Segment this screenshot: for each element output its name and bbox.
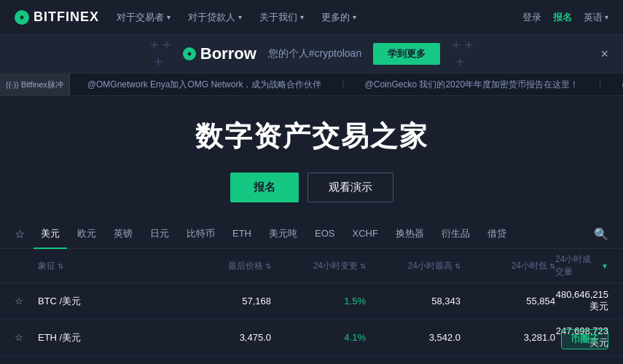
market-tabs: ☆ 美元 欧元 英镑 日元 比特币 ETH 美元吨 EOS XCHF 换热器 衍… (0, 220, 623, 249)
row-price: 57,168 (154, 296, 271, 306)
header: BITFINEX 对于交易者 ▾ 对于贷款人 ▾ 关于我们 ▾ 更多的 ▾ 登录… (0, 0, 623, 35)
col-star (15, 253, 38, 278)
sort-desc-icon: ▼ (601, 262, 608, 270)
chevron-down-icon: ▾ (353, 13, 356, 21)
search-icon[interactable]: 🔍 (594, 227, 608, 241)
banner: + + + Borrow 您的个人#cryptoloan 学到更多 + + + … (0, 35, 623, 73)
login-button[interactable]: 登录 (522, 11, 541, 24)
hero-section: 数字资产交易之家 报名 观看演示 (0, 96, 623, 220)
tab-exchange[interactable]: 换热器 (388, 220, 431, 249)
tab-eos[interactable]: EOS (307, 220, 342, 249)
row-volume: 480,646,215美元 (555, 289, 608, 313)
tab-jpy[interactable]: 日元 (143, 220, 176, 249)
hero-demo-button[interactable]: 观看演示 (307, 173, 393, 202)
banner-logo: Borrow (183, 44, 256, 63)
col-volume[interactable]: 24小时成交量 ▼ (555, 253, 608, 278)
sort-icon: ⇅ (455, 262, 461, 270)
logo-icon (15, 10, 29, 25)
header-right: 登录 报名 英语 ▾ (522, 11, 608, 24)
row-price: 3,475.0 (154, 332, 271, 343)
watermark: 币圈子 (561, 329, 608, 349)
favorites-star-icon[interactable]: ☆ (15, 227, 25, 241)
tab-lending[interactable]: 借贷 (480, 220, 514, 249)
close-icon[interactable]: × (600, 47, 608, 62)
ticker-badge: ((·)) Bitfinex脉冲 (0, 74, 70, 95)
col-symbol[interactable]: 象征 ⇅ (38, 253, 154, 278)
ticker-content: @OMGnetwork Enya加入OMG Network，成为战略合作伙伴 |… (79, 79, 623, 91)
table-row[interactable]: ☆ ETH /美元 3,475.0 4.1% 3,542.0 3,281.0 2… (0, 320, 623, 356)
row-star[interactable]: ☆ (15, 332, 38, 343)
chevron-down-icon: ▾ (605, 13, 608, 21)
col-low[interactable]: 24小时低 ⇅ (461, 253, 555, 278)
ticker-bar: ((·)) Bitfinex脉冲 @OMGnetwork Enya加入OMG N… (0, 73, 623, 96)
ticker-item: @CoinGecko 我们的2020年年度加密货币报告在这里！ (365, 79, 579, 91)
sort-icon: ⇅ (549, 262, 555, 270)
nav-lenders[interactable]: 对于贷款人 ▾ (188, 11, 242, 24)
banner-deco-right: + + + (452, 37, 473, 71)
tab-usd[interactable]: 美元 (34, 220, 67, 249)
borrow-logo-icon (183, 47, 196, 60)
row-star[interactable]: ☆ (15, 296, 38, 306)
tab-btc[interactable]: 比特币 (179, 220, 222, 249)
col-high[interactable]: 24小时最高 ⇅ (366, 253, 461, 278)
row-high: 58,343 (366, 296, 461, 306)
row-low: 55,854 (461, 296, 555, 306)
tab-derivatives[interactable]: 衍生品 (434, 220, 477, 249)
row-low: 3,281.0 (461, 332, 555, 343)
ticker-item: @OMGnetwork Enya加入OMG Network，成为战略合作伙伴 (87, 79, 322, 91)
hero-buttons: 报名 观看演示 (230, 173, 393, 202)
language-selector[interactable]: 英语 ▾ (584, 11, 608, 24)
hero-title: 数字资产交易之家 (195, 118, 428, 155)
chevron-down-icon: ▾ (300, 13, 304, 21)
col-price[interactable]: 最后价格 ⇅ (154, 253, 271, 278)
col-change[interactable]: 24小时变更 ⇅ (271, 253, 366, 278)
chevron-down-icon: ▾ (167, 13, 171, 21)
tab-xchf[interactable]: XCHF (345, 220, 385, 249)
sort-icon: ⇅ (360, 262, 366, 270)
banner-cta-button[interactable]: 学到更多 (373, 43, 440, 65)
row-change: 1.5% (271, 296, 366, 306)
logo[interactable]: BITFINEX (15, 9, 99, 25)
tab-eur[interactable]: 欧元 (70, 220, 103, 249)
header-left: BITFINEX 对于交易者 ▾ 对于贷款人 ▾ 关于我们 ▾ 更多的 ▾ (15, 9, 356, 25)
banner-deco-left: + + + (150, 37, 171, 71)
row-symbol: ETH /美元 (38, 331, 154, 344)
nav-traders[interactable]: 对于交易者 ▾ (117, 11, 171, 24)
ticker-separator: | (599, 79, 601, 91)
tab-ust[interactable]: 美元吨 (262, 220, 305, 249)
tab-eth[interactable]: ETH (225, 220, 259, 249)
ticker-separator: | (342, 79, 344, 91)
sort-icon: ⇅ (58, 262, 63, 270)
tab-gbp[interactable]: 英镑 (106, 220, 140, 249)
nav-more[interactable]: 更多的 ▾ (321, 11, 356, 24)
row-high: 3,542.0 (366, 332, 461, 343)
chevron-down-icon: ▾ (238, 13, 242, 21)
banner-subtitle: 您的个人#cryptoloan (268, 47, 361, 60)
row-symbol: BTC /美元 (38, 295, 154, 308)
logo-text: BITFINEX (34, 9, 99, 25)
row-change: 4.1% (271, 332, 366, 343)
table-header: 象征 ⇅ 最后价格 ⇅ 24小时变更 ⇅ 24小时最高 ⇅ 24小时低 ⇅ 24… (0, 249, 623, 283)
signup-button[interactable]: 报名 (553, 11, 572, 24)
banner-title: Borrow (200, 44, 256, 63)
table-row[interactable]: ☆ BTC /美元 57,168 1.5% 58,343 55,854 480,… (0, 283, 623, 320)
nav-about[interactable]: 关于我们 ▾ (259, 11, 304, 24)
sort-icon: ⇅ (265, 262, 271, 270)
hero-signup-button[interactable]: 报名 (230, 173, 299, 202)
